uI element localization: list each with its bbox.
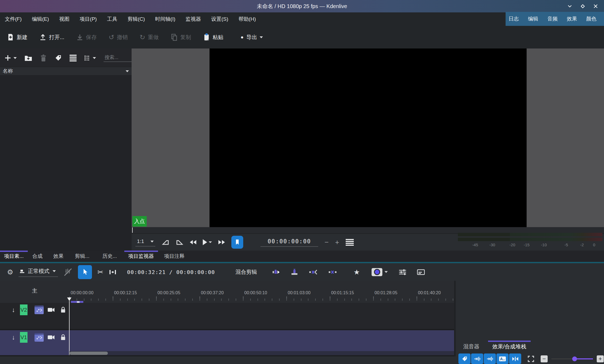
edit-mode-select[interactable]: 正常模式	[19, 267, 58, 277]
audio-mixer-disabled-icon[interactable]	[63, 268, 73, 277]
close-icon[interactable]	[592, 3, 599, 10]
extract-zone-icon[interactable]	[309, 269, 318, 275]
fast-forward-icon[interactable]	[218, 240, 225, 244]
track-v2[interactable]: ↓ V2	[0, 303, 454, 330]
track-v1-header[interactable]: ↓ V1	[0, 330, 69, 355]
timecode-plus-icon[interactable]: +	[335, 239, 339, 246]
bin-clip-list[interactable]	[0, 76, 132, 251]
track-thumbnail-icon[interactable]	[35, 333, 44, 342]
playhead-grip[interactable]	[67, 297, 71, 301]
slider-knob[interactable]	[572, 356, 577, 361]
layout-tab-logging[interactable]: 日志	[509, 15, 519, 22]
video-camera-icon[interactable]	[47, 334, 55, 340]
tab-project-bin[interactable]: 项目素...	[0, 251, 28, 262]
favorite-effects-icon[interactable]: ★	[354, 269, 360, 276]
lock-icon[interactable]	[60, 306, 66, 313]
insert-zone-icon[interactable]	[272, 269, 280, 276]
track-thumbnail-icon[interactable]	[35, 306, 44, 314]
compositing-select[interactable]	[372, 268, 388, 276]
track-target-icon[interactable]: ↓	[10, 306, 17, 314]
menu-settings[interactable]: 设置(S)	[211, 16, 228, 23]
tab-mixer[interactable]: 混音器	[459, 341, 484, 352]
tag-filter-button[interactable]	[458, 353, 471, 364]
monitor-timecode[interactable]: 00:00:00:00	[260, 238, 318, 247]
render-button[interactable]: ● 导出	[241, 34, 263, 41]
tab-clip-properties[interactable]: 剪辑...	[71, 251, 94, 262]
create-folder-button[interactable]	[24, 54, 32, 61]
tab-compositions[interactable]: 合成	[28, 251, 47, 262]
track-target-icon[interactable]: ↓	[10, 334, 17, 341]
timeline-playhead[interactable]	[69, 301, 70, 355]
list-view-icon[interactable]	[70, 55, 77, 61]
new-project-button[interactable]: 新建	[7, 33, 28, 41]
tab-project-monitor[interactable]: 项目监视器	[124, 251, 158, 262]
mix-clips-button[interactable]: 混合剪辑	[235, 268, 257, 276]
zoom-in-button[interactable]: +	[597, 355, 604, 362]
layout-tab-effects[interactable]: 效果	[567, 15, 577, 22]
overwrite-zone-icon[interactable]	[290, 268, 298, 276]
save-button[interactable]: 保存	[76, 33, 97, 41]
delete-button[interactable]	[40, 54, 47, 62]
menu-help[interactable]: 帮助(H)	[239, 16, 256, 23]
tab-effect-stack[interactable]: 效果/合成堆栈	[488, 341, 531, 352]
maximize-icon[interactable]	[579, 3, 586, 10]
menu-tools[interactable]: 工具	[107, 16, 117, 23]
tab-effects[interactable]: 效果	[49, 251, 68, 262]
selection-tool-button[interactable]	[78, 265, 92, 279]
collapse-all-button[interactable]	[509, 353, 521, 364]
titlebar[interactable]: 未命名 / HD 1080p 25 fps — Kdenlive	[0, 0, 604, 12]
copy-button[interactable]: 复制	[171, 33, 191, 41]
timeline-timecode[interactable]: 00:00:32:21 / 00:00:00:00	[127, 269, 215, 275]
marker-flag-button[interactable]	[231, 236, 243, 249]
tab-history[interactable]: 历史...	[98, 251, 121, 262]
set-zone-out-icon[interactable]	[176, 239, 183, 245]
menu-clip[interactable]: 剪辑(C)	[128, 16, 145, 23]
monitor-zoom-select[interactable]: 1:1	[135, 238, 155, 247]
menu-view[interactable]: 视图	[59, 16, 70, 23]
open-button[interactable]: 打开...	[39, 33, 64, 41]
layout-tab-audio[interactable]: 音频	[547, 15, 558, 22]
menu-edit[interactable]: 编辑(E)	[32, 16, 49, 23]
insert-effect-button[interactable]	[471, 353, 483, 364]
scrollbar-thumb[interactable]	[70, 352, 108, 355]
add-clip-button[interactable]	[4, 54, 17, 61]
rewind-icon[interactable]	[190, 240, 196, 244]
bin-name-column-header[interactable]: 名称	[0, 67, 132, 75]
redo-button[interactable]: ↻ 重做	[140, 34, 159, 41]
layout-tab-editing[interactable]: 编辑	[528, 15, 538, 22]
video-display[interactable]	[210, 48, 527, 227]
monitor-playhead[interactable]	[132, 227, 133, 233]
layout-tab-color[interactable]: 颜色	[586, 15, 596, 22]
title-clip-button[interactable]: A..	[496, 353, 509, 364]
zoom-out-button[interactable]: −	[541, 355, 548, 362]
timecode-minus-icon[interactable]: −	[325, 239, 329, 246]
set-zone-in-icon[interactable]	[162, 239, 169, 245]
fit-zoom-button[interactable]	[527, 355, 535, 363]
gear-icon[interactable]: ⚙	[7, 269, 13, 276]
play-icon[interactable]	[203, 239, 212, 245]
track-v1-badge[interactable]: V1	[20, 332, 28, 343]
timeline-hscrollbar[interactable]	[69, 351, 454, 355]
view-mode-button[interactable]	[84, 55, 96, 61]
insert-effect-out-button[interactable]	[484, 353, 496, 364]
menu-project[interactable]: 项目(P)	[80, 16, 97, 23]
track-v2-header[interactable]: ↓ V2	[0, 303, 69, 329]
lift-zone-icon[interactable]	[328, 269, 337, 275]
minimize-icon[interactable]	[566, 3, 573, 10]
lock-icon[interactable]	[60, 334, 66, 341]
tab-project-notes[interactable]: 项目注释	[160, 251, 189, 262]
track-v2-badge[interactable]: V2	[20, 304, 28, 315]
video-camera-icon[interactable]	[47, 307, 55, 313]
tag-button[interactable]	[54, 54, 62, 62]
spacer-tool-icon[interactable]	[109, 269, 117, 276]
undo-button[interactable]: ↺ 撤销	[109, 34, 128, 41]
subtitle-toggle-icon[interactable]	[417, 269, 425, 275]
menu-monitor[interactable]: 监视器	[186, 16, 201, 23]
mixer-toggle-icon[interactable]	[399, 269, 407, 276]
monitor-menu-icon[interactable]	[346, 239, 354, 246]
paste-button[interactable]: 粘贴	[203, 33, 224, 41]
menu-file[interactable]: 文件(F)	[5, 16, 22, 23]
stack-zoom-slider[interactable]	[551, 356, 593, 361]
master-track-label[interactable]: 主	[0, 287, 69, 294]
menu-timeline[interactable]: 时间轴(I)	[155, 16, 175, 23]
